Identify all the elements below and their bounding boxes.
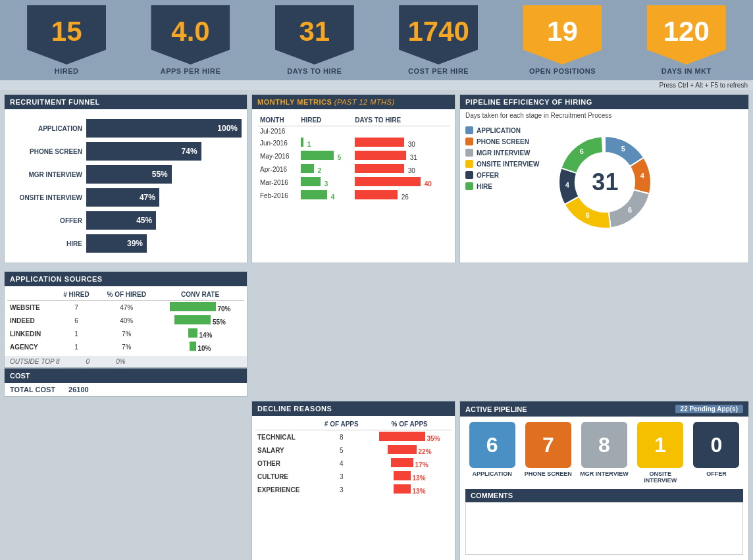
legend-item: HIRE [465, 182, 539, 190]
sources-hired: 6 [55, 314, 97, 327]
sources-conv-bar: 10% [156, 340, 244, 353]
kpi-badge: 31 [275, 5, 354, 64]
monthly-month: Jun-2016 [257, 136, 298, 149]
funnel-panel: RECRUITMENT FUNNEL APPLICATION 100% PHON… [4, 94, 247, 263]
legend-dot [465, 182, 473, 190]
legend-dot [465, 138, 473, 145]
legend-label: MGR INTERVIEW [477, 149, 530, 157]
pipeline-kpis: 6 APPLICATION 7 PHONE SCREEN 8 MGR INTER… [460, 417, 748, 489]
sources-table: # HIRED % OF HIRED CONV RATE WEBSITE 7 4… [7, 289, 244, 353]
decline-pct-label: 35% [427, 435, 440, 442]
funnel-bar: 100% [86, 119, 242, 138]
pipeline-kpi-item: 0 OFFER [690, 422, 743, 484]
pipeline-panel: PIPELINE EFFICIENCY OF HIRING Days taken… [459, 94, 749, 263]
pipeline-kpi-label: MGR INTERVIEW [580, 471, 628, 477]
sources-header: APPLICATION SOURCES [5, 272, 247, 286]
decline-body: # OF APPS % OF APPS TECHNICAL 8 35% SALA… [252, 416, 455, 499]
funnel-bar-wrap: 47% [86, 188, 242, 207]
sources-col-pct: % OF HIRED [97, 289, 156, 301]
decline-apps: 3 [316, 483, 367, 496]
decline-pct-label: 17% [415, 461, 428, 469]
sources-conv-bar: 70% [156, 301, 244, 315]
pipeline-kpi-num: 0 [693, 422, 739, 468]
decline-pct-label: 22% [419, 448, 432, 455]
sources-col-hired: # HIRED [55, 289, 97, 301]
monthly-header: MONTHLY METRICS (Past 12 mths) [252, 95, 455, 109]
monthly-month: Mar-2016 [257, 176, 298, 189]
pipeline-kpi-label: ONSITEINTERVIEW [644, 471, 677, 484]
decline-bar [391, 458, 413, 467]
funnel-bar: 74% [86, 142, 201, 161]
monthly-th-month: MONTH [257, 115, 298, 126]
conv-label: 14% [199, 332, 212, 339]
monthly-hired-bar: 2 [298, 163, 352, 176]
pipeline-kpi-item: 7 PHONE SCREEN [521, 422, 575, 484]
pipeline-kpi-item: 6 APPLICATION [465, 422, 519, 484]
monthly-hired-bar: 5 [298, 149, 352, 163]
kpi-badge: 1740 [399, 5, 478, 64]
decline-apps: 4 [316, 457, 367, 470]
monthly-body: MONTH HIRED DAYS TO HIRE Jul-2016 Jun-20… [252, 109, 455, 207]
sources-source: LINKEDIN [7, 327, 55, 340]
decline-pct-label: 13% [413, 488, 426, 495]
cost-value: 26100 [68, 386, 89, 394]
monthly-row: Jun-2016 1 30 [257, 136, 450, 149]
pipeline-kpi-item: 8 MGR INTERVIEW [577, 422, 631, 484]
comments-header: COMMENTS [465, 489, 743, 502]
pipeline-header: PIPELINE EFFICIENCY OF HIRING [460, 95, 748, 109]
sources-pct-hired: 40% [97, 314, 156, 327]
funnel-bar-wrap: 100% [86, 119, 242, 138]
monthly-days-bar: 30 [352, 136, 450, 149]
pipeline-kpi-num: 6 [469, 422, 515, 468]
funnel-row-label: PHONE SCREEN [10, 148, 82, 155]
bottom-left: APPLICATION SOURCES # HIRED % OF HIRED C… [4, 271, 247, 397]
legend-item: PHONE SCREEN [465, 138, 539, 145]
pipeline-body: APPLICATIONPHONE SCREENMGR INTERVIEWONSI… [460, 119, 748, 245]
decline-row: CULTURE 3 13% [255, 470, 452, 483]
funnel-bar: 45% [86, 211, 156, 230]
bottom-row: APPLICATION SOURCES # HIRED % OF HIRED C… [0, 271, 753, 560]
pipeline-subtitle: Days taken for each stage in Recruitment… [460, 109, 748, 119]
decline-reason: EXPERIENCE [255, 483, 316, 496]
decline-col-pct: % OF APPS [367, 419, 452, 430]
pipeline-kpi-item: 1 ONSITEINTERVIEW [634, 422, 687, 484]
conv-bar [170, 302, 216, 311]
monthly-days-bar: 31 [352, 149, 450, 163]
pipeline-kpi-num: 1 [637, 422, 683, 468]
sources-pct-hired: 7% [97, 327, 156, 340]
kpi-label: COST PER HIRE [408, 67, 469, 75]
decline-table: # OF APPS % OF APPS TECHNICAL 8 35% SALA… [255, 419, 452, 496]
decline-pct-label: 13% [413, 474, 426, 482]
kpi-label: DAYS IN MKT [662, 67, 712, 75]
kpi-label: OPEN POSITIONS [529, 67, 596, 75]
decline-panel: DECLINE REASONS # OF APPS % OF APPS TECH… [251, 401, 455, 560]
legend-item: OFFER [465, 171, 539, 179]
kpi-badge: 120 [647, 5, 726, 64]
decline-pct-bar: 13% [367, 470, 452, 483]
donut-label: 5 [621, 145, 625, 153]
decline-row: OTHER 4 17% [255, 457, 452, 470]
legend-item: APPLICATION [465, 126, 539, 134]
monthly-row: Mar-2016 3 40 [257, 176, 450, 189]
monthly-month: Apr-2016 [257, 163, 298, 176]
decline-row: TECHNICAL 8 35% [255, 430, 452, 444]
funnel-row: OFFER 45% [10, 211, 242, 230]
funnel-row-label: HIRE [10, 240, 82, 247]
funnel-row: APPLICATION 100% [10, 119, 242, 138]
kpi-item-apps-per-hire: 4.0 APPS PER HIRE [130, 5, 250, 75]
legend-item: ONSITE INTERVIEW [465, 160, 539, 168]
decline-pct-bar: 35% [367, 430, 452, 444]
donut-label: 6 [628, 206, 632, 214]
monthly-row: Feb-2016 4 26 [257, 189, 450, 202]
kpi-badge: 4.0 [151, 5, 230, 64]
kpi-label: HIRED [55, 67, 79, 75]
monthly-days-bar: 30 [352, 163, 450, 176]
funnel-row-label: ONSITE INTERVIEW [10, 194, 82, 201]
decline-apps: 5 [316, 444, 367, 457]
funnel-row: PHONE SCREEN 74% [10, 142, 242, 161]
monthly-month: May-2016 [257, 149, 298, 163]
legend-label: ONSITE INTERVIEW [477, 161, 539, 168]
sources-source: INDEED [7, 314, 55, 327]
kpi-badge: 15 [27, 5, 106, 64]
funnel-bar: 39% [86, 234, 147, 253]
